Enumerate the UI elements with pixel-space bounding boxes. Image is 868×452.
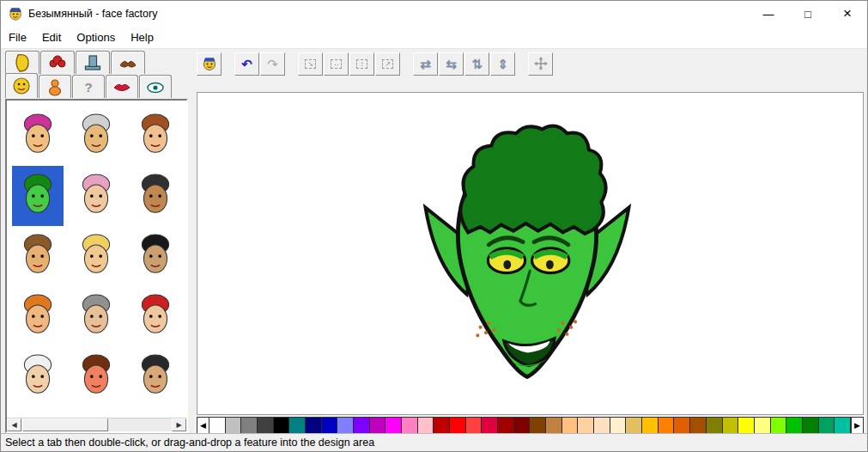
scrollbar-thumb[interactable]	[22, 418, 108, 431]
color-swatch[interactable]	[707, 418, 723, 433]
face-thumbnail-image	[16, 110, 59, 162]
tab-mouth[interactable]	[106, 75, 138, 98]
color-swatch[interactable]	[659, 418, 675, 433]
tab-face-shape[interactable]	[5, 51, 39, 74]
face-thumbnail[interactable]	[70, 286, 122, 346]
color-swatch[interactable]	[498, 418, 514, 433]
tab-nose[interactable]	[39, 75, 71, 98]
color-swatch[interactable]	[835, 418, 851, 433]
palette-right-button[interactable]: ▶	[851, 417, 864, 434]
face-thumbnail[interactable]	[12, 346, 64, 406]
tab-face[interactable]	[5, 73, 38, 98]
face-thumbnail-image	[75, 110, 118, 162]
color-swatch[interactable]	[274, 418, 290, 433]
scroll-right-button[interactable]: ▶	[172, 418, 186, 431]
face-thumbnail[interactable]	[130, 106, 181, 166]
color-swatch[interactable]	[690, 418, 707, 433]
face-thumbnail[interactable]	[12, 106, 64, 166]
color-swatch[interactable]	[482, 418, 498, 433]
tab-hat[interactable]	[76, 51, 110, 74]
face-thumbnail[interactable]	[130, 166, 181, 226]
hat-icon	[82, 52, 103, 73]
menu-item[interactable]: Help	[123, 27, 161, 47]
color-swatch[interactable]	[337, 418, 354, 433]
scroll-left-button[interactable]: ◀	[7, 418, 21, 431]
color-swatch[interactable]	[370, 418, 386, 433]
tab-hair[interactable]	[40, 51, 75, 74]
tab-eyes[interactable]	[139, 75, 172, 98]
minimize-button[interactable]: —	[749, 1, 788, 27]
color-swatch[interactable]	[385, 418, 402, 433]
tab-mustache[interactable]	[111, 51, 145, 74]
tab-question[interactable]: ?	[72, 75, 105, 98]
menu-item[interactable]: Edit	[34, 27, 69, 47]
feature-button[interactable]	[197, 52, 222, 76]
face-thumbnail[interactable]	[70, 346, 122, 406]
face-thumbnail-image	[75, 351, 118, 402]
mirror-horizontal-button[interactable]: ⇆	[439, 52, 464, 76]
color-swatch[interactable]	[289, 418, 306, 433]
face-thumbnail[interactable]	[12, 286, 64, 346]
color-swatch[interactable]	[226, 418, 242, 433]
color-swatch[interactable]	[786, 418, 803, 433]
maximize-button[interactable]: □	[788, 1, 828, 27]
enlarge-button[interactable]: ↗	[375, 52, 400, 76]
undo-button[interactable]: ↶	[234, 52, 259, 76]
color-swatch[interactable]	[562, 418, 579, 433]
face-thumbnail[interactable]	[12, 226, 64, 286]
menu-item[interactable]: File	[1, 27, 34, 47]
face-thumbnail[interactable]	[130, 286, 181, 346]
redo-button[interactable]: ↷	[260, 52, 285, 76]
color-swatch[interactable]	[755, 418, 771, 433]
design-face[interactable]	[390, 93, 665, 415]
design-area[interactable]	[197, 92, 864, 415]
color-swatch[interactable]	[674, 418, 690, 433]
color-swatch[interactable]	[594, 418, 610, 433]
color-swatch[interactable]	[466, 418, 483, 433]
color-swatch[interactable]	[626, 418, 642, 433]
move-button[interactable]	[528, 52, 553, 76]
color-swatch[interactable]	[418, 418, 434, 433]
color-swatch[interactable]	[434, 418, 450, 433]
color-swatch[interactable]	[450, 418, 466, 433]
color-swatch[interactable]	[723, 418, 739, 433]
flip-vertical-button[interactable]: ⇅	[464, 52, 489, 76]
color-swatch[interactable]	[306, 418, 322, 433]
stretch-horizontal-button[interactable]: ↔	[324, 52, 349, 76]
face-thumbnail[interactable]	[12, 166, 64, 226]
face-thumbnail[interactable]	[70, 106, 122, 166]
color-swatch[interactable]	[642, 418, 659, 433]
mirror-vertical-button[interactable]: ⇕	[490, 52, 515, 76]
feature-face-icon	[201, 55, 218, 72]
title-bar: Безымянный - face factory — □ ×	[1, 1, 867, 27]
color-swatch[interactable]	[803, 418, 819, 433]
color-swatch[interactable]	[530, 418, 546, 433]
shrink-button[interactable]: ↘	[298, 52, 323, 76]
palette-left-button[interactable]: ◀	[197, 417, 209, 434]
color-palette: ◀ ▶	[197, 417, 864, 434]
flip-horizontal-button[interactable]: ⇄	[413, 52, 438, 76]
face-thumbnail[interactable]	[130, 346, 181, 406]
color-swatch[interactable]	[241, 418, 258, 433]
color-swatch[interactable]	[209, 418, 226, 433]
color-swatch[interactable]	[738, 418, 755, 433]
stretch-vertical-button[interactable]: ↕	[349, 52, 374, 76]
face-thumbnail[interactable]	[70, 226, 122, 286]
color-swatch[interactable]	[354, 418, 370, 433]
color-swatch[interactable]	[258, 418, 274, 433]
face-thumbnail-image	[16, 230, 59, 282]
scrollbar-track[interactable]	[21, 418, 172, 431]
color-swatch[interactable]	[402, 418, 418, 433]
color-swatch[interactable]	[771, 418, 787, 433]
face-thumbnail[interactable]	[70, 166, 122, 226]
color-swatch[interactable]	[819, 418, 835, 433]
color-swatch[interactable]	[546, 418, 562, 433]
color-swatch[interactable]	[514, 418, 531, 433]
color-swatch[interactable]	[322, 418, 338, 433]
color-swatch[interactable]	[610, 418, 627, 433]
menu-item[interactable]: Options	[69, 27, 123, 47]
question-icon: ?	[84, 80, 92, 95]
color-swatch[interactable]	[578, 418, 594, 433]
close-button[interactable]: ×	[828, 1, 867, 27]
face-thumbnail[interactable]	[130, 226, 181, 286]
